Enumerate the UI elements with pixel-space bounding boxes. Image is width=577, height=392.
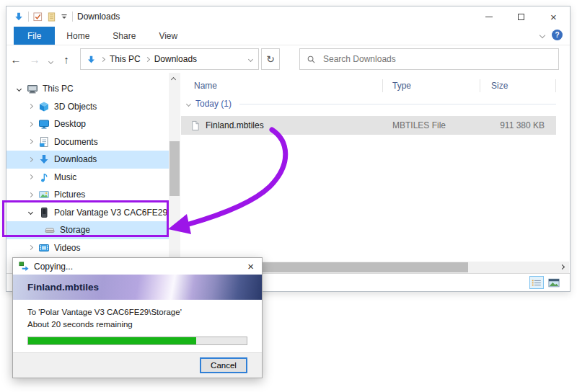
scroll-up-icon[interactable]: [171, 77, 176, 82]
details-view-icon[interactable]: [529, 276, 544, 289]
tab-view[interactable]: View: [147, 27, 189, 45]
help-icon[interactable]: ?: [552, 30, 563, 40]
chevron-right-icon[interactable]: [27, 104, 32, 109]
file-row-finland-mbtiles[interactable]: Finland.mbtiles MBTILES File 911 380 KB: [181, 116, 556, 135]
navigation-bar: ← → ↑ This PC Downloads ↻: [6, 45, 570, 73]
thumbnails-view-icon[interactable]: [547, 276, 561, 289]
dialog-close-icon[interactable]: ×: [245, 261, 256, 272]
sidebar-item-label: 3D Objects: [54, 102, 97, 112]
sidebar-item-documents[interactable]: Documents: [6, 133, 169, 151]
progress-fill: [28, 337, 196, 344]
sidebar-item-polar-vantage[interactable]: Polar Vantage V3 CAC6FE29: [6, 204, 169, 222]
close-button[interactable]: ×: [537, 6, 570, 27]
sidebar-item-this-pc[interactable]: This PC: [6, 80, 169, 98]
maximize-button[interactable]: [505, 6, 537, 27]
expand-ribbon-chevron-icon[interactable]: [539, 32, 545, 37]
navigation-tree: This PC 3D Objects: [6, 73, 169, 262]
storage-drive-icon: [44, 224, 56, 236]
chevron-down-icon[interactable]: [16, 86, 21, 92]
breadcrumb-chevron-icon[interactable]: [100, 56, 105, 61]
ribbon-right-controls: ?: [540, 30, 563, 40]
notes-icon[interactable]: [47, 12, 56, 22]
downloads-icon: [38, 153, 50, 165]
scrollbar-thumb[interactable]: [169, 141, 180, 196]
search-icon: [307, 55, 316, 64]
search-box[interactable]: [299, 48, 559, 70]
refresh-button[interactable]: ↻: [261, 48, 280, 70]
file-size: 911 380 KB: [480, 120, 556, 130]
chevron-right-icon[interactable]: [27, 245, 32, 250]
sidebar-scrollbar[interactable]: [169, 73, 180, 262]
sidebar-item-label: Storage: [60, 225, 90, 235]
chevron-right-icon[interactable]: [27, 122, 32, 127]
documents-icon: [38, 136, 50, 148]
breadcrumb-this-pc[interactable]: This PC: [110, 54, 141, 64]
checkbox-icon[interactable]: [33, 12, 43, 22]
file-name: Finland.mbtiles: [206, 120, 264, 130]
3d-objects-icon: [38, 101, 50, 112]
tab-share[interactable]: Share: [101, 27, 147, 45]
sidebar-item-videos[interactable]: Videos: [6, 239, 169, 257]
dialog-file-name: Finland.mbtiles: [27, 282, 99, 293]
group-header-today[interactable]: Today (1): [181, 94, 556, 113]
dialog-body: To 'Polar Vantage V3 CAC6FE29\Storage' A…: [13, 300, 262, 331]
downloads-app-icon: [14, 12, 24, 22]
chevron-down-icon[interactable]: [27, 210, 32, 215]
device-icon: [38, 207, 50, 218]
sidebar-item-music[interactable]: Music: [6, 169, 169, 187]
chevron-right-icon[interactable]: [27, 139, 32, 144]
file-icon: [190, 120, 201, 131]
sidebar-item-pictures[interactable]: Pictures: [6, 186, 169, 204]
tab-home[interactable]: Home: [55, 27, 101, 45]
sidebar-item-label: Music: [54, 172, 76, 182]
progress-bar: [27, 337, 247, 345]
sidebar-item-3d-objects[interactable]: 3D Objects: [6, 98, 169, 116]
dialog-file-banner: Finland.mbtiles: [13, 275, 262, 300]
group-collapse-chevron-icon[interactable]: [186, 101, 191, 106]
sidebar-item-label: Videos: [54, 243, 80, 253]
address-bar[interactable]: This PC Downloads: [80, 48, 259, 70]
column-header-type[interactable]: Type: [383, 79, 480, 92]
back-button[interactable]: ←: [6, 53, 25, 66]
search-input[interactable]: [322, 53, 552, 65]
address-dropdown-chevron-icon[interactable]: [248, 56, 253, 61]
divider: [72, 12, 73, 22]
sidebar-item-desktop[interactable]: Desktop: [6, 115, 169, 133]
desktop-icon: [38, 118, 50, 130]
scroll-right-icon[interactable]: [560, 264, 565, 270]
divider: [28, 12, 29, 22]
chevron-right-icon[interactable]: [27, 157, 32, 162]
sidebar-item-label: Pictures: [54, 190, 85, 200]
page: Downloads × File Home Share View ? ← → ↑: [0, 0, 577, 392]
column-header-name[interactable]: Name: [181, 79, 383, 92]
quick-access-toolbar: [14, 12, 73, 22]
cancel-button[interactable]: Cancel: [200, 357, 247, 373]
dialog-title: Copying...: [34, 262, 73, 272]
this-pc-icon: [27, 83, 38, 94]
recent-locations-chevron-icon[interactable]: [44, 53, 57, 66]
column-header-size[interactable]: Size: [480, 79, 556, 92]
copying-dialog: Copying... × Finland.mbtiles To 'Polar V…: [12, 257, 263, 378]
qat-dropdown-icon[interactable]: [61, 13, 68, 20]
chevron-right-icon[interactable]: [27, 174, 32, 179]
sidebar-item-downloads[interactable]: Downloads: [6, 151, 169, 169]
explorer-window: Downloads × File Home Share View ? ← → ↑: [6, 6, 571, 292]
tab-file[interactable]: File: [14, 27, 55, 45]
downloads-icon: [87, 55, 96, 64]
breadcrumb-downloads[interactable]: Downloads: [154, 54, 197, 64]
sidebar-item-label: Desktop: [54, 119, 86, 129]
group-divider-line: [239, 104, 556, 104]
dialog-destination: To 'Polar Vantage V3 CAC6FE29\Storage': [27, 306, 247, 318]
copy-files-icon: [19, 262, 30, 272]
up-button[interactable]: ↑: [57, 53, 76, 66]
forward-button[interactable]: →: [25, 53, 44, 66]
sidebar-item-label: Polar Vantage V3 CAC6FE29: [54, 208, 167, 218]
dialog-time-remaining: About 20 seconds remaining: [27, 318, 247, 331]
group-label: Today (1): [195, 99, 232, 109]
chevron-right-icon[interactable]: [27, 192, 32, 197]
breadcrumb-chevron-icon[interactable]: [145, 56, 150, 61]
sidebar-item-label: This PC: [43, 84, 74, 94]
videos-icon: [38, 242, 50, 254]
sidebar-item-storage[interactable]: Storage: [6, 221, 169, 239]
minimize-button[interactable]: [472, 6, 505, 27]
